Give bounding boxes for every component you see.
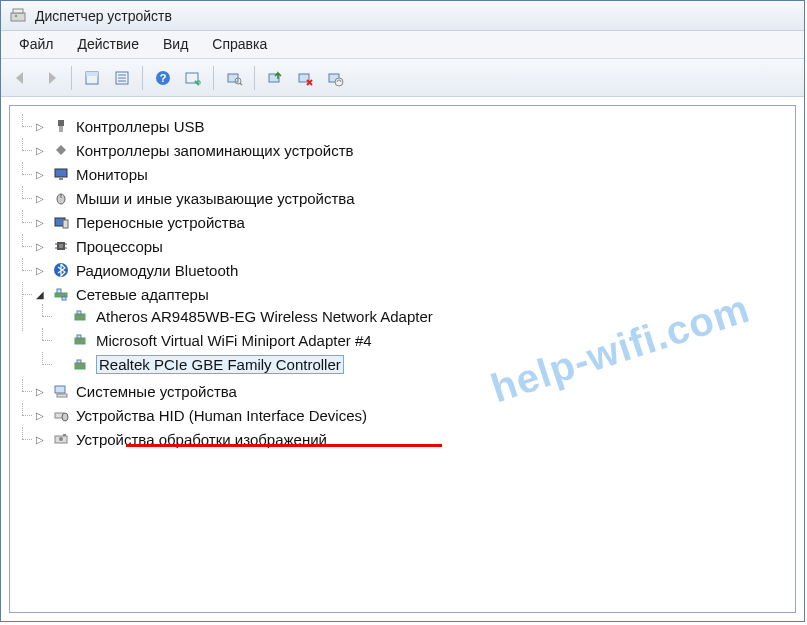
svg-rect-21 bbox=[55, 169, 67, 177]
network-adapter-icon bbox=[72, 331, 90, 349]
content-area: help-wifi.com ▷ Контроллеры USB bbox=[1, 97, 804, 621]
separator bbox=[71, 66, 72, 90]
expander-icon[interactable]: ▷ bbox=[34, 264, 46, 276]
toolbar: ? bbox=[1, 59, 804, 97]
forward-button[interactable] bbox=[37, 64, 65, 92]
portable-icon bbox=[52, 213, 70, 231]
tree-pane[interactable]: help-wifi.com ▷ Контроллеры USB bbox=[9, 105, 796, 613]
tree-node-cpu[interactable]: ▷ Процессоры bbox=[34, 236, 791, 256]
expander-icon[interactable]: ▷ bbox=[34, 216, 46, 228]
svg-point-46 bbox=[62, 413, 68, 421]
network-adapter-icon bbox=[72, 356, 90, 374]
svg-text:?: ? bbox=[160, 72, 167, 84]
svg-rect-19 bbox=[58, 120, 64, 126]
menu-action[interactable]: Действие bbox=[65, 31, 151, 58]
expander-icon[interactable]: ▷ bbox=[34, 433, 46, 445]
hid-icon bbox=[52, 406, 70, 424]
window-title: Диспетчер устройств bbox=[35, 8, 172, 24]
node-label-selected: Realtek PCIe GBE Family Controller bbox=[96, 355, 344, 374]
svg-rect-35 bbox=[57, 289, 61, 293]
node-label: Atheros AR9485WB-EG Wireless Network Ada… bbox=[96, 308, 433, 325]
network-icon bbox=[52, 285, 70, 303]
svg-rect-49 bbox=[63, 434, 66, 436]
cpu-icon bbox=[52, 237, 70, 255]
expander-icon[interactable]: ▷ bbox=[34, 240, 46, 252]
separator bbox=[213, 66, 214, 90]
node-label: Процессоры bbox=[76, 238, 163, 255]
svg-rect-28 bbox=[59, 244, 63, 248]
storage-icon bbox=[52, 141, 70, 159]
back-button[interactable] bbox=[7, 64, 35, 92]
tree-node-portable[interactable]: ▷ Переносные устройства bbox=[34, 212, 791, 232]
menu-file[interactable]: Файл bbox=[7, 31, 65, 58]
svg-rect-40 bbox=[77, 335, 81, 338]
imaging-icon bbox=[52, 430, 70, 448]
node-label: Системные устройства bbox=[76, 383, 237, 400]
svg-rect-43 bbox=[55, 386, 65, 393]
expander-icon[interactable]: ▷ bbox=[34, 168, 46, 180]
node-label: Устройства HID (Human Interface Devices) bbox=[76, 407, 367, 424]
svg-point-48 bbox=[59, 437, 63, 441]
expander-icon[interactable]: ▷ bbox=[34, 385, 46, 397]
node-label: Microsoft Virtual WiFi Miniport Adapter … bbox=[96, 332, 372, 349]
tree-node-realtek[interactable]: Realtek PCIe GBE Family Controller bbox=[54, 354, 791, 375]
svg-rect-44 bbox=[57, 394, 67, 397]
node-label: Контроллеры запоминающих устройств bbox=[76, 142, 353, 159]
scan-hardware-button[interactable] bbox=[220, 64, 248, 92]
help-button[interactable]: ? bbox=[149, 64, 177, 92]
spacer bbox=[54, 310, 66, 322]
svg-rect-41 bbox=[75, 363, 85, 369]
separator bbox=[142, 66, 143, 90]
tree-node-msvirtual[interactable]: Microsoft Virtual WiFi Miniport Adapter … bbox=[54, 330, 791, 350]
update-driver-button[interactable] bbox=[261, 64, 289, 92]
tree-node-hid[interactable]: ▷ Устройства HID (Human Interface Device… bbox=[34, 405, 791, 425]
svg-rect-42 bbox=[77, 360, 81, 363]
expander-icon[interactable]: ▷ bbox=[34, 409, 46, 421]
mouse-icon bbox=[52, 189, 70, 207]
expander-icon[interactable]: ▷ bbox=[34, 144, 46, 156]
spacer bbox=[54, 334, 66, 346]
uninstall-button[interactable] bbox=[291, 64, 319, 92]
bluetooth-icon bbox=[52, 261, 70, 279]
svg-line-14 bbox=[240, 83, 242, 85]
usb-icon bbox=[52, 117, 70, 135]
tree-node-network[interactable]: ◢ Сетевые адаптеры bbox=[34, 284, 791, 304]
node-label: Сетевые адаптеры bbox=[76, 286, 209, 303]
svg-rect-1 bbox=[13, 9, 23, 13]
action-button[interactable] bbox=[179, 64, 207, 92]
node-label: Мониторы bbox=[76, 166, 148, 183]
svg-rect-39 bbox=[75, 338, 85, 344]
menu-view[interactable]: Вид bbox=[151, 31, 200, 58]
node-label: Радиомодули Bluetooth bbox=[76, 262, 238, 279]
tree-node-monitors[interactable]: ▷ Мониторы bbox=[34, 164, 791, 184]
app-icon bbox=[9, 7, 27, 25]
monitor-icon bbox=[52, 165, 70, 183]
svg-rect-36 bbox=[62, 297, 66, 300]
tree-node-system[interactable]: ▷ Системные устройства bbox=[34, 381, 791, 401]
tree-node-atheros[interactable]: Atheros AR9485WB-EG Wireless Network Ada… bbox=[54, 306, 791, 326]
expander-collapse-icon[interactable]: ◢ bbox=[34, 288, 46, 300]
menu-help[interactable]: Справка bbox=[200, 31, 279, 58]
svg-rect-20 bbox=[59, 126, 63, 132]
node-label: Мыши и иные указывающие устройства bbox=[76, 190, 354, 207]
svg-rect-38 bbox=[77, 311, 81, 314]
svg-rect-26 bbox=[63, 220, 68, 228]
tree-node-usb[interactable]: ▷ Контроллеры USB bbox=[34, 116, 791, 136]
tree-node-storage[interactable]: ▷ Контроллеры запоминающих устройств bbox=[34, 140, 791, 160]
separator bbox=[254, 66, 255, 90]
tree-node-mice[interactable]: ▷ Мыши и иные указывающие устройства bbox=[34, 188, 791, 208]
svg-rect-0 bbox=[11, 13, 25, 21]
disable-button[interactable] bbox=[321, 64, 349, 92]
menubar: Файл Действие Вид Справка bbox=[1, 31, 804, 59]
node-label: Переносные устройства bbox=[76, 214, 245, 231]
properties-button[interactable] bbox=[108, 64, 136, 92]
device-tree: ▷ Контроллеры USB ▷ bbox=[14, 114, 791, 451]
svg-rect-22 bbox=[59, 178, 63, 180]
expander-icon[interactable]: ▷ bbox=[34, 120, 46, 132]
show-hidden-button[interactable] bbox=[78, 64, 106, 92]
expander-icon[interactable]: ▷ bbox=[34, 192, 46, 204]
titlebar: Диспетчер устройств bbox=[1, 1, 804, 31]
tree-node-bluetooth[interactable]: ▷ Радиомодули Bluetooth bbox=[34, 260, 791, 280]
system-icon bbox=[52, 382, 70, 400]
svg-rect-4 bbox=[86, 72, 98, 76]
